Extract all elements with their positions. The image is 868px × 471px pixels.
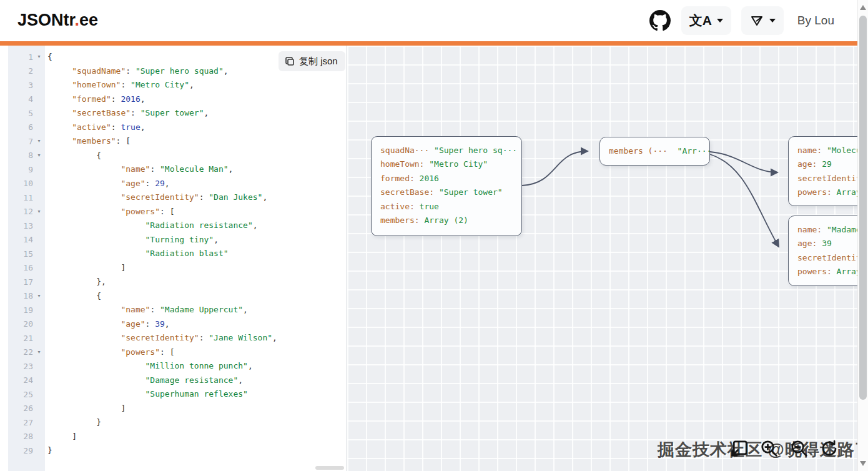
github-icon[interactable] [649, 9, 671, 32]
gutter-row: 10 [8, 177, 45, 191]
graph-edge [522, 151, 588, 186]
line-number: 12 [8, 207, 33, 216]
code-line[interactable]: "name": "Molecule Man", [47, 162, 347, 177]
code-line[interactable]: "powers": [ [47, 205, 347, 219]
gutter-row: 26 [8, 402, 45, 416]
code-line[interactable]: "powers": [ [47, 345, 347, 360]
node-value: 39 [817, 239, 831, 248]
zoom-in-icon[interactable] [759, 439, 779, 459]
node-key: formed: [380, 174, 415, 183]
code-line[interactable]: "Damage resistance", [47, 374, 347, 388]
member-1-node[interactable]: name: "Molecule Man"age: 29secretIdentit… [788, 136, 868, 206]
app-header: JSONtr.ee 文A By Lou [0, 0, 857, 41]
code-line[interactable]: } [47, 415, 347, 430]
code-line[interactable]: "age": 39, [47, 317, 347, 332]
editor-horizontal-scrollbar[interactable] [315, 466, 344, 470]
code-line[interactable]: "name": "Madame Uppercut", [47, 303, 347, 317]
code-line[interactable]: "formed": 2016, [47, 92, 347, 107]
code-lines[interactable]: { "squadName": "Super hero squad", "home… [45, 46, 347, 471]
node-key: powers: [797, 187, 832, 197]
code-line[interactable]: { [47, 149, 347, 163]
gutter-row: 19 [8, 303, 45, 317]
line-number: 11 [8, 193, 33, 202]
graph-edge [710, 154, 779, 247]
code-line[interactable]: ] [47, 430, 347, 444]
members-array-node[interactable]: members (··· "Arr··· [599, 137, 710, 166]
reset-view-icon[interactable] [819, 439, 839, 459]
line-number: 16 [8, 263, 33, 272]
author-byline: By Lou [797, 14, 834, 27]
node-key: secretBase: [380, 187, 434, 197]
line-number-gutter: 1▾234567▾8▾9101112▾131415161718▾19202122… [8, 46, 45, 471]
export-image-icon[interactable] [729, 439, 749, 459]
fold-toggle-icon[interactable]: ▾ [33, 294, 45, 299]
scroll-down-arrow-icon[interactable] [860, 461, 866, 467]
code-line[interactable]: "Million tonne punch", [47, 359, 347, 374]
member-2-node[interactable]: name: "Madame Uppercut"age: 39secretIden… [788, 216, 868, 286]
code-line[interactable]: "homeTown": "Metro City", [47, 78, 347, 92]
code-line[interactable]: "Turning tiny", [47, 233, 347, 247]
code-line[interactable]: "Superhuman reflexes" [47, 387, 347, 402]
language-dropdown[interactable]: 文A [681, 6, 731, 35]
code-line[interactable]: } [47, 444, 347, 458]
line-number: 17 [8, 277, 33, 287]
node-value: "Super hero sq··· [429, 146, 517, 155]
gutter-row: 21 [8, 331, 45, 345]
app-logo[interactable]: JSONtr.ee [17, 11, 98, 30]
line-number: 4 [8, 94, 33, 104]
node-value: true [415, 202, 439, 211]
gutter-row: 17 [8, 275, 45, 289]
fold-toggle-icon[interactable]: ▾ [33, 54, 45, 59]
fold-toggle-icon[interactable]: ▾ [33, 153, 45, 158]
graph-canvas[interactable]: 掘金技术社区 @晓得迷路了 squadNa··· "Super hero sq·… [347, 46, 868, 471]
line-number: 14 [8, 235, 33, 244]
share-dropdown[interactable] [741, 6, 784, 35]
node-value: Array (2) [420, 216, 468, 225]
page-scrollbar[interactable] [857, 0, 868, 471]
node-key: powers: [797, 267, 832, 276]
node-key: members (··· [609, 146, 668, 156]
line-number: 27 [8, 418, 33, 427]
line-number: 18 [8, 291, 33, 300]
line-number: 1 [8, 52, 33, 62]
fold-toggle-icon[interactable]: ▾ [33, 139, 45, 144]
code-line[interactable]: "Radiation resistance", [47, 219, 347, 233]
code-line[interactable]: ] [47, 402, 347, 416]
line-number: 5 [8, 109, 33, 118]
code-line[interactable]: "Radiation blast" [47, 247, 347, 261]
code-line[interactable]: "age": 29, [47, 177, 347, 191]
copy-json-button[interactable]: 复制 json [279, 51, 345, 71]
gutter-row: 2 [8, 64, 45, 79]
gutter-row: 6 [8, 121, 45, 135]
line-number: 23 [8, 362, 33, 371]
graph-edge [710, 152, 777, 172]
line-number: 9 [8, 165, 33, 174]
fold-toggle-icon[interactable]: ▾ [33, 209, 45, 214]
scrollbar-thumb[interactable] [859, 16, 867, 400]
code-line[interactable]: "active": true, [47, 121, 347, 135]
translate-icon: 文A [689, 12, 712, 29]
zoom-out-icon[interactable] [789, 439, 809, 459]
code-line[interactable]: "members": [ [47, 134, 347, 149]
gutter-row: 8▾ [8, 149, 45, 163]
code-line[interactable]: ] [47, 261, 347, 275]
line-number: 15 [8, 249, 33, 259]
root-object-node[interactable]: squadNa··· "Super hero sq···homeTown: "M… [371, 136, 522, 236]
code-line[interactable]: "secretBase": "Super tower", [47, 106, 347, 121]
scroll-up-arrow-icon[interactable] [860, 4, 866, 10]
line-number: 2 [8, 66, 33, 76]
node-value: "Arr··· [668, 146, 711, 156]
line-number: 7 [8, 137, 33, 146]
gutter-row: 27 [8, 415, 45, 430]
node-key: age: [797, 159, 817, 169]
fold-toggle-icon[interactable]: ▾ [33, 350, 45, 355]
code-line[interactable]: { [47, 289, 347, 304]
gutter-row: 9 [8, 162, 45, 177]
code-line[interactable]: "secretIdentity": "Dan Jukes", [47, 191, 347, 205]
code-line[interactable]: "secretIdentity": "Jane Wilson", [47, 331, 347, 345]
line-number: 3 [8, 81, 33, 90]
code-line[interactable]: }, [47, 275, 347, 289]
json-editor-panel[interactable]: 1▾234567▾8▾9101112▾131415161718▾19202122… [0, 46, 347, 471]
gutter-row: 15 [8, 247, 45, 261]
line-number: 22 [8, 347, 33, 357]
